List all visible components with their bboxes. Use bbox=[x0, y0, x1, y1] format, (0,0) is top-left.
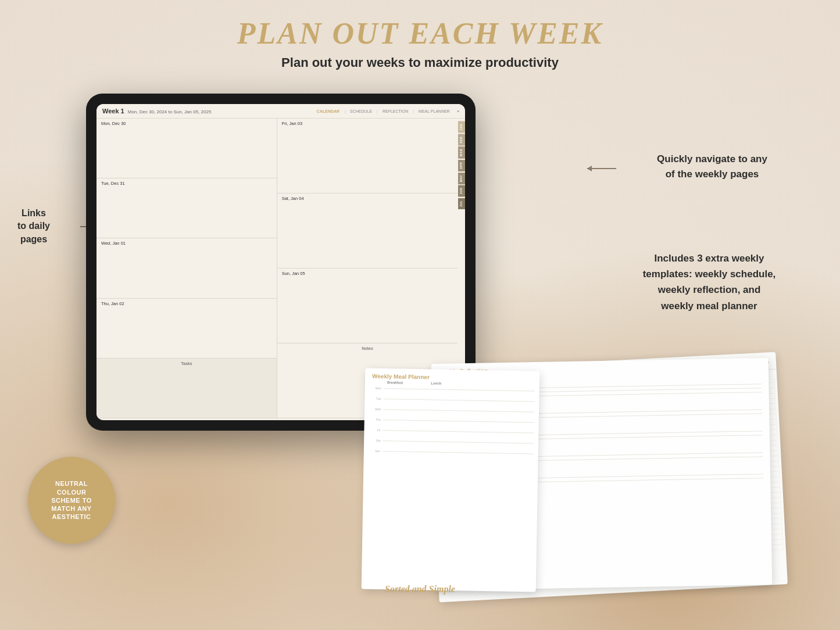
side-tabs: JAN FEB MAR APR MAY JUN JUL bbox=[458, 121, 465, 209]
main-area: Links to daily pages Week 1 Mon, Dec 30,… bbox=[0, 82, 840, 605]
meal-day-sat: Sat bbox=[369, 439, 534, 445]
meal-day-wed: Wed bbox=[369, 407, 534, 414]
days-left: Mon, Dec 30 Tue, Dec 31 Wed, Jan 01 Thu,… bbox=[96, 119, 277, 418]
day-sun: Sun, Jan 05 bbox=[277, 269, 458, 343]
footer-brand: Sorted and Simple bbox=[385, 584, 455, 595]
tab-jan[interactable]: JAN bbox=[458, 121, 465, 133]
meal-day-sun: Sun bbox=[369, 449, 534, 456]
subtitle: Plan out your weeks to maximize producti… bbox=[0, 55, 840, 70]
main-title: PLAN OUT EACH WEEK bbox=[0, 16, 840, 51]
navigate-arrow bbox=[587, 168, 616, 169]
day-tue: Tue, Dec 31 bbox=[96, 178, 277, 238]
links-annotation: Links to daily pages bbox=[17, 207, 50, 246]
meal-day-fri: Fri bbox=[369, 428, 534, 435]
week-dates: Mon, Dec 30, 2024 to Sun, Jan 05, 2025 bbox=[128, 109, 212, 114]
meal-day-thu: Thu bbox=[369, 418, 534, 424]
nav-schedule[interactable]: SCHEDULE bbox=[350, 109, 372, 113]
templates-annotation: Includes 3 extra weekly templates: weekl… bbox=[607, 250, 811, 314]
tab-feb[interactable]: FEB bbox=[458, 134, 465, 146]
nav-calendar[interactable]: CALENDAR bbox=[317, 109, 339, 113]
navigate-annotation: Quickly navigate to any of the weekly pa… bbox=[619, 152, 805, 181]
day-mon: Mon, Dec 30 bbox=[96, 119, 277, 178]
tasks-cell: Tasks bbox=[96, 359, 277, 418]
tab-apr[interactable]: APR bbox=[458, 160, 465, 171]
nav-reflection[interactable]: REFLECTION bbox=[383, 109, 408, 113]
tab-may[interactable]: MAY bbox=[458, 173, 465, 184]
tab-jul[interactable]: JUL bbox=[458, 198, 465, 209]
neutral-badge: NEUTRAL COLOUR SCHEME TO MATCH ANY AESTH… bbox=[28, 457, 115, 544]
day-sat: Sat, Jan 04 bbox=[277, 194, 458, 269]
meal-day-tue: Tue bbox=[369, 397, 534, 403]
day-wed: Wed, Jan 01 bbox=[96, 238, 277, 298]
day-fri: Fri, Jan 03 bbox=[277, 119, 458, 194]
navigate-arrowhead bbox=[587, 166, 592, 171]
planner-nav: CALENDAR | SCHEDULE | REFLECTION | MEAL … bbox=[317, 109, 459, 113]
meal-day-mon: Mon bbox=[370, 386, 535, 393]
week-label: Week 1 bbox=[102, 108, 124, 114]
tab-jun[interactable]: JUN bbox=[458, 185, 465, 197]
planner-header: Week 1 Mon, Dec 30, 2024 to Sun, Jan 05,… bbox=[96, 104, 465, 119]
nav-meal-planner[interactable]: MEAL PLANNER bbox=[419, 109, 450, 113]
tab-mar[interactable]: MAR bbox=[458, 146, 465, 159]
meal-planner-paper: Weekly Meal Planner Breakfast Lunch Mon … bbox=[362, 368, 540, 592]
day-thu: Thu, Jan 02 bbox=[96, 299, 277, 359]
page-content: PLAN OUT EACH WEEK Plan out your weeks t… bbox=[0, 0, 840, 630]
paper-stack: Week 1 Mon, Dec 30, 2024 to Sun, Jan 05,… bbox=[363, 349, 782, 593]
header: PLAN OUT EACH WEEK Plan out your weeks t… bbox=[0, 0, 840, 70]
